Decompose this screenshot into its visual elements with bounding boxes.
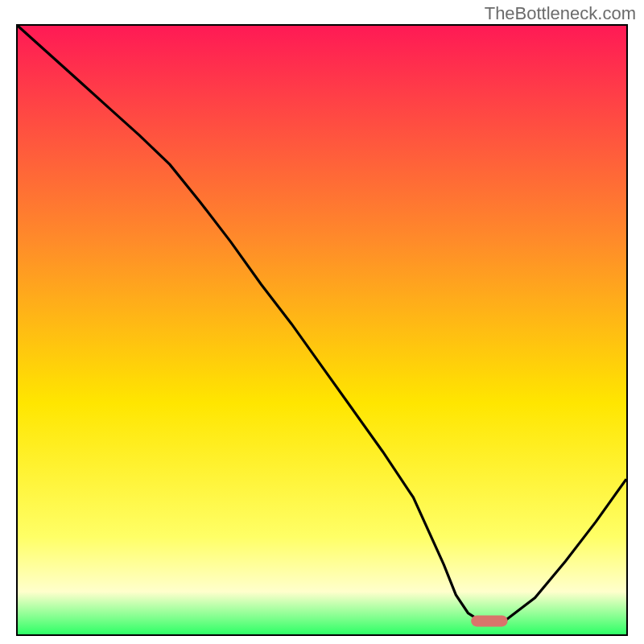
- plot-frame: [16, 24, 628, 636]
- watermark-text: TheBottleneck.com: [485, 3, 636, 24]
- gradient-background: [18, 26, 626, 634]
- optimal-range-marker: [471, 615, 507, 626]
- plot-svg: [18, 26, 626, 634]
